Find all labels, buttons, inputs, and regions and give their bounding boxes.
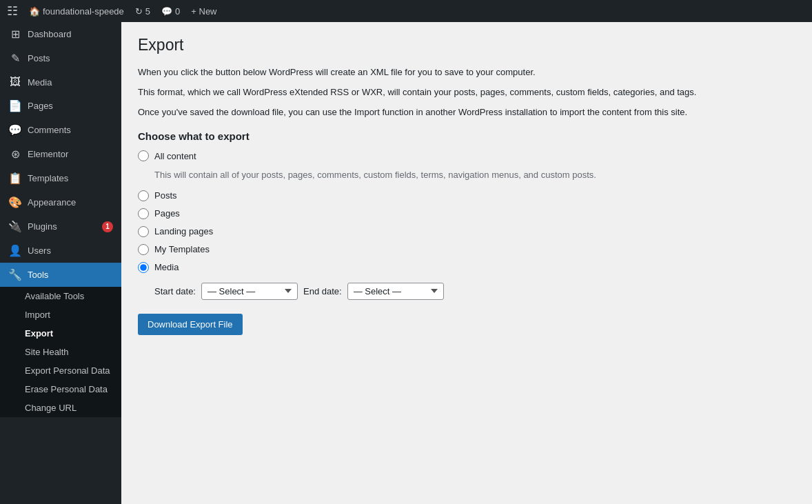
- radio-pages[interactable]: Pages: [138, 208, 795, 219]
- radio-posts-label[interactable]: Posts: [154, 190, 177, 201]
- radio-pages-label[interactable]: Pages: [154, 208, 180, 219]
- media-icon: 🖼: [8, 76, 22, 88]
- new-label: + New: [191, 6, 216, 17]
- top-bar: ☷ 🏠 foundational-speede ↻ 5 💬 0 + New: [0, 0, 812, 22]
- updates-icon: ↻: [135, 6, 143, 17]
- sidebar-label-tools: Tools: [28, 270, 48, 280]
- updates-count: 5: [145, 6, 150, 17]
- comments-icon: 💬: [161, 6, 172, 17]
- new-content-link[interactable]: + New: [191, 6, 216, 17]
- comments-sidebar-icon: 💬: [8, 123, 22, 137]
- sidebar-item-appearance[interactable]: 🎨 Appearance: [0, 190, 121, 214]
- plugins-icon: 🔌: [8, 220, 22, 233]
- radio-media-input[interactable]: [138, 262, 149, 273]
- sidebar-item-dashboard[interactable]: ⊞ Dashboard: [0, 22, 121, 46]
- site-health-label: Site Health: [25, 347, 69, 357]
- users-icon: 👤: [8, 244, 22, 257]
- radio-posts-input[interactable]: [138, 190, 149, 201]
- radio-landing-pages[interactable]: Landing pages: [138, 226, 795, 237]
- sidebar-label-pages: Pages: [28, 101, 53, 111]
- sidebar-item-templates[interactable]: 📋 Templates: [0, 166, 121, 190]
- sidebar-label-users: Users: [28, 245, 51, 256]
- radio-media-label[interactable]: Media: [154, 262, 179, 272]
- sidebar-label-elementor: Elementor: [28, 149, 68, 159]
- sidebar-item-users[interactable]: 👤 Users: [0, 239, 121, 263]
- download-export-button[interactable]: Download Export File: [138, 314, 243, 335]
- dashboard-icon: ⊞: [8, 28, 22, 41]
- sidebar-label-posts: Posts: [28, 53, 50, 63]
- subitem-import[interactable]: Import: [0, 305, 121, 324]
- posts-icon: ✎: [8, 52, 22, 65]
- radio-landing-pages-input[interactable]: [138, 226, 149, 237]
- desc3: Once you've saved the download file, you…: [138, 105, 772, 120]
- page-title: Export: [138, 36, 795, 54]
- plugins-badge: 1: [102, 221, 113, 232]
- radio-pages-input[interactable]: [138, 208, 149, 219]
- sidebar: ⊞ Dashboard ✎ Posts 🖼 Media 📄 Pages 💬 Co…: [0, 22, 121, 504]
- sidebar-item-comments[interactable]: 💬 Comments: [0, 118, 121, 142]
- subitem-change-url[interactable]: Change URL: [0, 399, 121, 417]
- change-url-label: Change URL: [25, 403, 77, 413]
- updates-link[interactable]: ↻ 5: [135, 6, 150, 17]
- radio-all-content-label[interactable]: All content: [154, 151, 196, 161]
- date-row: Start date: — Select — End date: — Selec…: [154, 283, 795, 300]
- sidebar-label-dashboard: Dashboard: [28, 29, 72, 39]
- radio-posts[interactable]: Posts: [138, 190, 795, 201]
- radio-landing-pages-label[interactable]: Landing pages: [154, 226, 213, 236]
- appearance-icon: 🎨: [8, 196, 22, 209]
- sidebar-item-tools[interactable]: 🔧 Tools: [0, 263, 121, 287]
- desc2: This format, which we call WordPress eXt…: [138, 85, 772, 100]
- erase-personal-data-label: Erase Personal Data: [25, 384, 108, 394]
- start-date-select[interactable]: — Select —: [201, 283, 298, 300]
- desc1: When you click the button below WordPres…: [138, 65, 772, 80]
- subitem-available-tools[interactable]: Available Tools: [0, 287, 121, 305]
- subitem-export[interactable]: Export: [0, 324, 121, 343]
- section-heading: Choose what to export: [138, 130, 795, 142]
- elementor-icon: ⊛: [8, 148, 22, 161]
- start-date-label: Start date:: [154, 286, 196, 296]
- sidebar-label-comments: Comments: [28, 125, 71, 135]
- export-personal-data-label: Export Personal Data: [25, 365, 110, 376]
- export-label: Export: [25, 328, 53, 339]
- comments-count: 0: [175, 6, 180, 17]
- sidebar-item-plugins[interactable]: 🔌 Plugins 1: [0, 214, 121, 239]
- subitem-site-health[interactable]: Site Health: [0, 343, 121, 361]
- sidebar-item-elementor[interactable]: ⊛ Elementor: [0, 142, 121, 166]
- radio-all-content-input[interactable]: [138, 150, 149, 161]
- sidebar-item-pages[interactable]: 📄 Pages: [0, 94, 121, 118]
- radio-all-content[interactable]: All content: [138, 150, 795, 161]
- sidebar-label-templates: Templates: [28, 173, 68, 183]
- radio-my-templates-input[interactable]: [138, 244, 149, 255]
- available-tools-label: Available Tools: [25, 291, 84, 301]
- home-icon: 🏠: [29, 6, 40, 17]
- radio-my-templates[interactable]: My Templates: [138, 244, 795, 255]
- sidebar-label-media: Media: [28, 77, 52, 88]
- pages-icon: 📄: [8, 99, 22, 112]
- site-name-link[interactable]: 🏠 foundational-speede: [29, 6, 124, 17]
- end-date-select[interactable]: — Select —: [347, 283, 444, 300]
- main-content: Export When you click the button below W…: [121, 22, 812, 504]
- sidebar-label-appearance: Appearance: [28, 197, 76, 208]
- sidebar-label-plugins: Plugins: [28, 221, 57, 232]
- wp-logo[interactable]: ☷: [7, 3, 18, 19]
- all-content-description: This will contain all of your posts, pag…: [154, 168, 664, 182]
- radio-my-templates-label[interactable]: My Templates: [154, 244, 210, 254]
- radio-media[interactable]: Media: [138, 262, 795, 273]
- sidebar-item-media[interactable]: 🖼 Media: [0, 70, 121, 94]
- site-name: foundational-speede: [43, 6, 124, 17]
- templates-icon: 📋: [8, 172, 22, 185]
- comments-link[interactable]: 💬 0: [161, 6, 180, 17]
- subitem-erase-personal-data[interactable]: Erase Personal Data: [0, 380, 121, 399]
- import-label: Import: [25, 310, 50, 320]
- end-date-label: End date:: [303, 286, 342, 296]
- sidebar-item-posts[interactable]: ✎ Posts: [0, 46, 121, 70]
- subitem-export-personal-data[interactable]: Export Personal Data: [0, 361, 121, 380]
- tools-submenu: Available Tools Import Export Site Healt…: [0, 287, 121, 417]
- tools-icon: 🔧: [8, 268, 22, 281]
